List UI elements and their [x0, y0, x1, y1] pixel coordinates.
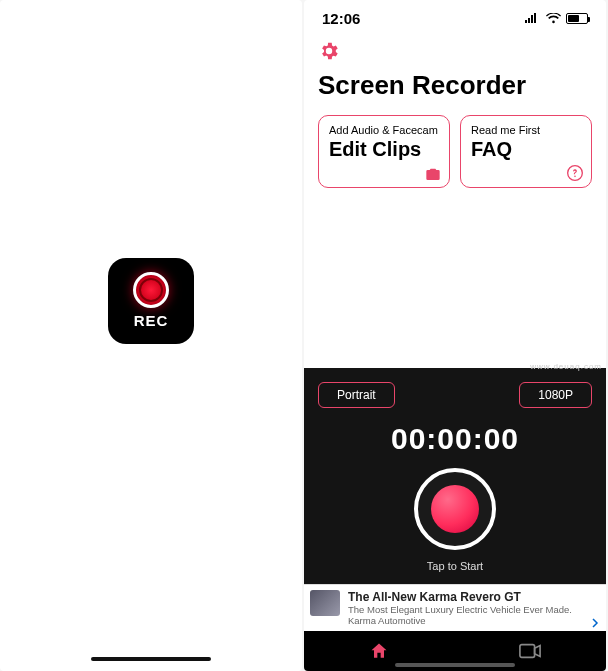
home-indicator	[395, 663, 515, 667]
left-splash-screen: REC	[0, 0, 302, 671]
home-indicator	[91, 657, 211, 661]
edit-clips-card[interactable]: Add Audio & Facecam Edit Clips	[318, 115, 450, 188]
quality-button[interactable]: 1080P	[519, 382, 592, 408]
card-subtitle: Add Audio & Facecam	[329, 124, 439, 136]
action-cards-row: Add Audio & Facecam Edit Clips Read me F…	[304, 111, 606, 192]
status-time: 12:06	[322, 10, 360, 27]
app-icon: REC	[108, 258, 194, 344]
recorder-panel: Portrait 1080P 00:00:00 Tap to Start	[304, 368, 606, 584]
wifi-icon	[546, 10, 561, 27]
battery-icon	[566, 13, 588, 24]
ad-banner[interactable]: The All-New Karma Revero GT The Most Ele…	[304, 584, 606, 631]
home-icon	[369, 641, 389, 661]
video-icon	[519, 643, 541, 659]
ad-thumbnail	[310, 590, 340, 616]
card-title: FAQ	[471, 138, 581, 161]
app-icon-label: REC	[134, 312, 169, 329]
ad-subtitle: The Most Elegant Luxury Electric Vehicle…	[348, 604, 598, 626]
settings-button[interactable]	[318, 48, 340, 65]
status-icons	[525, 10, 588, 27]
top-toolbar	[304, 36, 606, 68]
card-subtitle: Read me First	[471, 124, 581, 136]
recorder-options-row: Portrait 1080P	[318, 382, 592, 408]
faq-card[interactable]: Read me First FAQ	[460, 115, 592, 188]
record-icon	[133, 272, 169, 308]
tab-videos[interactable]	[519, 643, 541, 659]
help-icon	[567, 165, 583, 181]
ad-choices-icon[interactable]	[592, 618, 602, 628]
status-bar: 12:06	[304, 0, 606, 36]
orientation-button[interactable]: Portrait	[318, 382, 395, 408]
svg-rect-1	[520, 645, 535, 658]
gear-icon	[318, 40, 340, 62]
record-icon	[431, 485, 479, 533]
record-caption: Tap to Start	[427, 560, 483, 572]
camera-icon	[425, 167, 441, 181]
record-button[interactable]	[414, 468, 496, 550]
timer-display: 00:00:00	[391, 422, 519, 456]
right-app-screen: 12:06 Screen Recorder Add Audio & Faceca…	[304, 0, 606, 671]
spacer	[304, 192, 606, 368]
ad-title: The All-New Karma Revero GT	[348, 590, 598, 604]
watermark: www.deuaq.com	[530, 362, 602, 371]
tab-home[interactable]	[369, 641, 389, 661]
page-title: Screen Recorder	[304, 68, 606, 111]
cellular-icon	[525, 13, 541, 23]
card-title: Edit Clips	[329, 138, 439, 161]
